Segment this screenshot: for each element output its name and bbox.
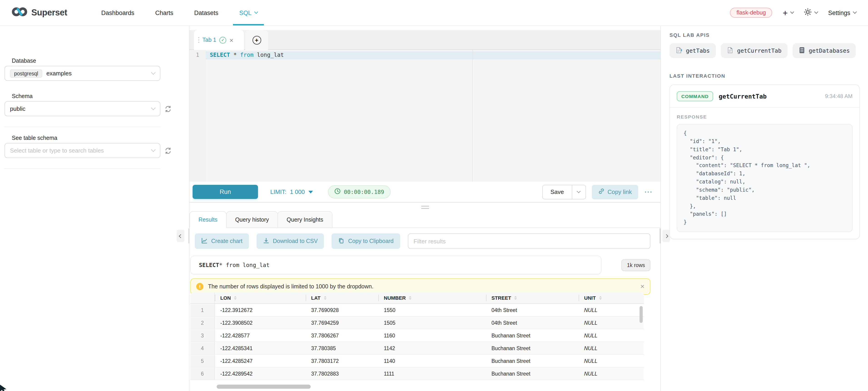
refresh-schemas-icon[interactable] <box>164 105 172 112</box>
table-row[interactable]: 5 -122.4285247 37.7803172 1140 Buchanan … <box>190 355 644 367</box>
page-tabs-icon <box>675 46 682 55</box>
database-select[interactable]: postgresql examples <box>4 66 160 81</box>
schema-select[interactable]: public <box>4 101 160 116</box>
close-tab-icon[interactable]: × <box>229 37 234 43</box>
sort-icon[interactable] <box>515 296 517 300</box>
chevron-right-icon <box>664 234 668 238</box>
sort-icon[interactable] <box>599 296 601 300</box>
caret-down-icon <box>308 191 313 193</box>
plus-icon: + <box>783 8 787 17</box>
table-horizontal-scrollbar[interactable] <box>190 384 650 390</box>
schema-value: public <box>10 105 25 112</box>
refresh-tables-icon[interactable] <box>164 147 172 154</box>
chevron-down-icon <box>577 189 581 193</box>
copy-link-button[interactable]: Copy link <box>592 185 638 199</box>
check-circle-icon: ✓ <box>219 37 226 43</box>
results-table: LON LAT NUMBER STREET <box>190 292 644 380</box>
collapse-sidebar-button[interactable] <box>177 230 184 242</box>
settings-menu[interactable]: Settings <box>828 9 856 16</box>
filter-results-input[interactable] <box>408 233 650 249</box>
chevron-down-icon <box>254 10 258 14</box>
nav-charts[interactable]: Charts <box>145 0 184 26</box>
last-interaction-card: COMMAND getCurrentTab 9:34:48 AM RESPONS… <box>670 85 860 239</box>
tab-query-insights[interactable]: Query Insights <box>278 211 332 228</box>
pane-resize-handle[interactable] <box>421 206 429 209</box>
response-json-box: { "id": "1", "title": "Tab 1", "editor":… <box>677 124 852 232</box>
scrollbar-thumb[interactable] <box>217 385 311 389</box>
chevron-down-icon <box>151 148 156 152</box>
api-buttons: getTabs getCurrentTab <box>670 43 856 58</box>
results-actions: Create chart Download to CSV <box>189 233 660 249</box>
column-header-lat[interactable]: LAT <box>306 292 378 303</box>
create-chart-button[interactable]: Create chart <box>195 233 249 249</box>
brand[interactable]: Superset <box>12 0 67 26</box>
run-button[interactable]: Run <box>193 185 258 199</box>
results-tabstrip: Results Query history Query Insights <box>189 211 660 228</box>
chevron-down-icon <box>853 10 857 14</box>
table-select[interactable]: Select table or type to search tables <box>4 143 160 158</box>
query-preview: SELECT * from long_lat <box>190 256 601 274</box>
sidebar-divider <box>4 168 160 169</box>
timer-value: 00:00:00.189 <box>344 189 384 195</box>
get-databases-button[interactable]: getDatabases <box>793 43 856 58</box>
sql-editor-panel: Tab 1 ✓ × + 1 SELECT * from long_lat Run <box>189 26 661 391</box>
sun-icon <box>804 8 812 17</box>
chevron-down-icon <box>814 10 818 14</box>
editor-gutter <box>189 50 206 182</box>
sidebar-divider <box>4 127 160 127</box>
table-row[interactable]: 3 -122.428577 37.7806267 1160 Buchanan S… <box>190 329 644 342</box>
sort-icon[interactable] <box>323 296 327 300</box>
sort-icon[interactable] <box>409 296 412 300</box>
command-badge: COMMAND <box>677 91 713 101</box>
editor-tab-title: Tab 1 <box>203 37 216 43</box>
panel-resize-handle[interactable] <box>659 228 661 243</box>
more-actions-button[interactable]: ··· <box>645 188 653 196</box>
download-csv-button[interactable]: Download to CSV <box>257 233 324 249</box>
collapse-api-panel-button[interactable] <box>662 230 670 242</box>
table-row[interactable]: 1 -122.3912672 37.7690928 1550 04th Stre… <box>190 304 644 317</box>
query-preview-row: SELECT * from long_lat 1k rows <box>190 256 650 274</box>
tab-results[interactable]: Results <box>189 211 226 228</box>
get-current-tab-button[interactable]: getCurrentTab <box>721 43 787 58</box>
tab-query-history[interactable]: Query history <box>226 211 278 228</box>
editor-tab-1[interactable]: Tab 1 ✓ × <box>194 30 244 50</box>
get-tabs-button[interactable]: getTabs <box>670 43 716 58</box>
editor-toolbar: Run LIMIT: 1 000 00:00:00.189 <box>189 182 660 202</box>
table-row[interactable]: 6 -122.4289542 37.7802883 1111 Buchanan … <box>190 367 644 380</box>
clock-icon <box>334 188 341 196</box>
table-schema-label: See table schema <box>12 135 57 141</box>
warning-text: The number of rows displayed is limited … <box>208 283 373 290</box>
nav-sql[interactable]: SQL <box>229 0 268 26</box>
column-header-lon[interactable]: LON <box>215 292 306 303</box>
add-tab-button[interactable]: + <box>245 30 268 50</box>
nav-datasets[interactable]: Datasets <box>184 0 229 26</box>
response-label: RESPONSE <box>677 114 852 120</box>
sort-icon[interactable] <box>234 296 237 300</box>
link-icon <box>598 188 604 196</box>
top-navbar: Superset Dashboards Charts Datasets SQL … <box>0 0 868 26</box>
table-row[interactable]: 4 -122.4285341 37.780385 1142 Buchanan S… <box>190 342 644 355</box>
schema-sidebar: Database postgresql examples Schema publ… <box>0 26 189 391</box>
sql-lab-page: Superset Dashboards Charts Datasets SQL … <box>0 0 868 391</box>
limit-dropdown[interactable]: LIMIT: 1 000 <box>270 189 313 195</box>
column-header-unit[interactable]: UNIT <box>579 292 644 303</box>
new-item-button[interactable]: + <box>783 8 794 17</box>
last-interaction-label: LAST INTERACTION <box>670 73 725 78</box>
download-icon <box>263 237 269 245</box>
theme-toggle-button[interactable] <box>804 8 817 17</box>
drag-grip-icon[interactable] <box>198 37 199 43</box>
sql-code-line: SELECT * from long_lat <box>210 52 284 58</box>
save-button[interactable]: Save <box>543 185 572 199</box>
table-row[interactable]: 2 -122.3908502 37.7694259 1505 04th Stre… <box>190 317 644 329</box>
main-nav: Dashboards Charts Datasets SQL <box>91 0 268 26</box>
save-options-button[interactable] <box>572 185 585 199</box>
close-warning-icon[interactable]: × <box>640 283 645 290</box>
column-header-street[interactable]: STREET <box>486 292 579 303</box>
chevron-left-icon <box>179 234 183 238</box>
table-vertical-scrollbar[interactable] <box>640 306 643 323</box>
row-number-header <box>190 292 215 303</box>
sql-code-editor[interactable]: 1 SELECT * from long_lat <box>189 50 660 182</box>
copy-clipboard-button[interactable]: Copy to Clipboard <box>332 233 400 249</box>
nav-dashboards[interactable]: Dashboards <box>91 0 145 26</box>
column-header-number[interactable]: NUMBER <box>378 292 486 303</box>
